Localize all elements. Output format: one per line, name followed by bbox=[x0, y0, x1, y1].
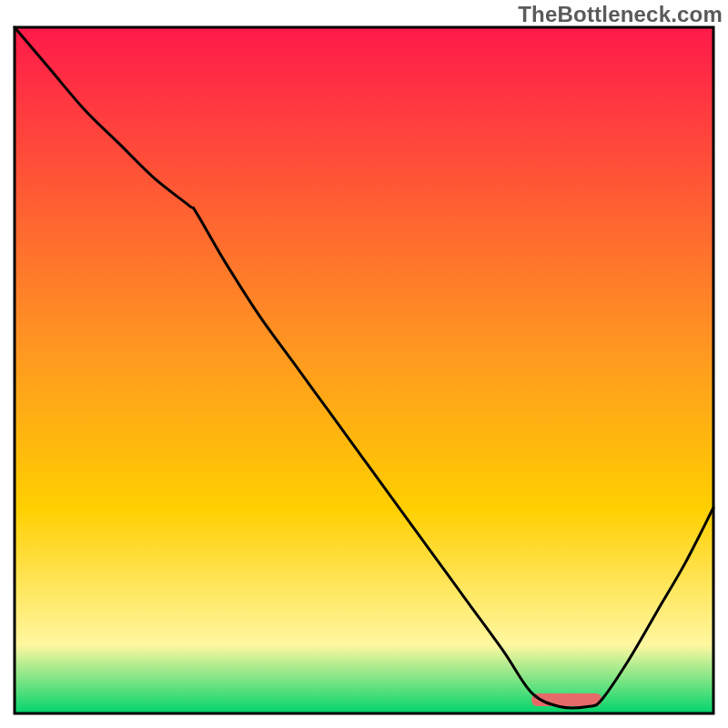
chart-container: TheBottleneck.com bbox=[0, 0, 728, 728]
plot-background bbox=[15, 27, 713, 713]
bottleneck-chart bbox=[0, 0, 728, 728]
watermark-label: TheBottleneck.com bbox=[518, 2, 723, 27]
